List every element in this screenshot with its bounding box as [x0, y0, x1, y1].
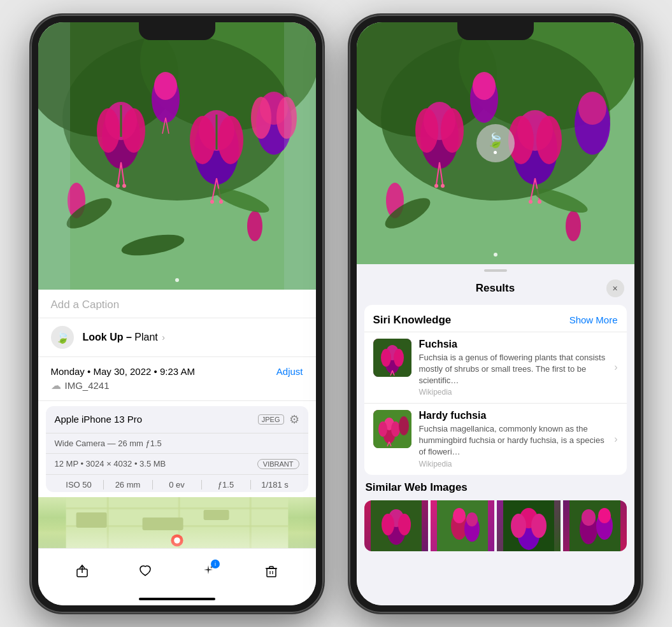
- hardy-fuchsia-chevron-icon: ›: [614, 410, 617, 468]
- phones-container: Add a Caption 🍃 Look Up – Plant › Monday…: [18, 2, 655, 626]
- svg-point-108: [466, 512, 478, 526]
- home-indicator: [38, 593, 316, 605]
- favorite-button[interactable]: [131, 557, 159, 585]
- svg-point-66: [434, 184, 438, 188]
- info-button[interactable]: i: [194, 557, 222, 585]
- svg-point-87: [381, 349, 391, 367]
- fuchsia-thumbnail: [373, 339, 411, 377]
- close-icon: ×: [612, 283, 617, 293]
- iso-spec: ISO 50: [55, 480, 104, 490]
- left-screen-content: Add a Caption 🍃 Look Up – Plant › Monday…: [38, 22, 316, 605]
- file-specs: 12 MP • 3024 × 4032 • 3.5 MB: [55, 459, 166, 468]
- svg-point-94: [378, 421, 387, 437]
- svg-point-98: [399, 416, 409, 435]
- svg-rect-45: [203, 510, 229, 520]
- results-title: Results: [385, 282, 606, 295]
- svg-point-11: [122, 184, 126, 188]
- right-phone: 🍃 Results ×: [349, 15, 642, 613]
- web-image-2[interactable]: [431, 500, 494, 551]
- camera-name: Apple iPhone 13 Pro: [55, 414, 143, 425]
- show-more-button[interactable]: Show More: [569, 314, 618, 325]
- delete-button[interactable]: [257, 557, 285, 585]
- camera-name-row: Apple iPhone 13 Pro JPEG ⚙: [46, 406, 308, 433]
- map-overlay: [38, 529, 316, 548]
- date-row: Monday • May 30, 2022 • 9:23 AM Adjust: [51, 366, 303, 377]
- hardy-fuchsia-name: Hardy fuchsia: [419, 410, 607, 421]
- svg-point-77: [473, 72, 496, 100]
- svg-point-15: [218, 116, 243, 164]
- map-area[interactable]: [38, 497, 316, 548]
- caption-placeholder[interactable]: Add a Caption: [51, 299, 120, 311]
- photo-dot: [175, 278, 179, 282]
- svg-point-106: [453, 508, 466, 523]
- jpeg-badge: JPEG: [258, 414, 284, 425]
- hardy-fuchsia-knowledge-item[interactable]: Hardy fuchsia Fuchsia magellanica, commo…: [364, 403, 627, 475]
- svg-point-62: [415, 108, 438, 153]
- svg-point-18: [210, 200, 214, 204]
- fuchsia-content: Fuchsia Fuchsia is a genus of flowering …: [419, 339, 607, 397]
- filename-row: ☁ IMG_4241: [51, 379, 303, 391]
- siri-knowledge-section: Siri Knowledge Show More: [364, 305, 627, 475]
- siri-header: Siri Knowledge Show More: [364, 305, 627, 332]
- left-phone: Add a Caption 🍃 Look Up – Plant › Monday…: [31, 15, 324, 613]
- photo-area[interactable]: [38, 22, 316, 290]
- svg-rect-51: [267, 568, 276, 577]
- lookup-label: Look Up – Plant ›: [83, 332, 165, 343]
- camera-type: Wide Camera — 26 mm ƒ1.5: [55, 439, 299, 448]
- file-specs-row: 12 MP • 3024 × 4032 • 3.5 MB VIBRANT: [46, 454, 308, 475]
- hardy-fuchsia-description: Fuchsia magellanica, commonly known as t…: [419, 423, 607, 458]
- visual-look-up-icon: 🍃: [51, 326, 74, 349]
- web-image-4[interactable]: [563, 500, 627, 551]
- caption-area[interactable]: Add a Caption: [38, 290, 316, 318]
- svg-point-74: [529, 200, 533, 204]
- web-images-section: Similar Web Images: [364, 481, 627, 551]
- svg-point-118: [598, 508, 611, 523]
- web-images-grid: [364, 500, 627, 551]
- svg-point-103: [398, 514, 411, 535]
- svg-point-7: [122, 108, 145, 153]
- info-badge: i: [211, 560, 220, 568]
- siri-section-title: Siri Knowledge: [373, 314, 452, 327]
- info-section: Monday • May 30, 2022 • 9:23 AM Adjust ☁…: [38, 357, 316, 401]
- settings-icon[interactable]: ⚙: [289, 412, 299, 426]
- svg-point-113: [531, 514, 547, 538]
- adjust-link[interactable]: Adjust: [276, 366, 303, 377]
- svg-point-10: [116, 184, 120, 188]
- svg-point-116: [582, 509, 596, 526]
- fuchsia-knowledge-item[interactable]: Fuchsia Fuchsia is a genus of flowering …: [364, 332, 627, 404]
- photo-date: Monday • May 30, 2022 • 9:23 AM: [51, 366, 195, 377]
- right-notch: [457, 22, 534, 40]
- hardy-fuchsia-thumbnail: [373, 410, 411, 448]
- svg-point-21: [154, 72, 177, 100]
- hardy-fuchsia-source: Wikipedia: [419, 460, 607, 468]
- svg-rect-36: [284, 22, 316, 290]
- svg-point-95: [391, 421, 400, 437]
- web-image-1[interactable]: [364, 500, 428, 551]
- drag-handle[interactable]: [484, 269, 507, 272]
- specs-row: ISO 50 26 mm 0 ev ƒ1.5 1/181 s: [46, 475, 308, 493]
- svg-point-19: [219, 200, 223, 204]
- vibrant-badge: VIBRANT: [257, 459, 299, 469]
- svg-rect-38: [66, 507, 288, 509]
- svg-rect-35: [38, 22, 70, 290]
- camera-badges: JPEG ⚙: [258, 412, 299, 426]
- left-phone-screen: Add a Caption 🍃 Look Up – Plant › Monday…: [38, 22, 316, 605]
- right-photo-area[interactable]: 🍃: [357, 22, 634, 264]
- vs-dot: [494, 151, 497, 154]
- close-button[interactable]: ×: [606, 279, 624, 297]
- focal-length-spec: 26 mm: [104, 480, 153, 490]
- svg-point-81: [566, 211, 581, 241]
- visual-search-button[interactable]: 🍃: [476, 124, 515, 162]
- results-panel: Results × Siri Knowledge Show More: [357, 264, 634, 605]
- lookup-row[interactable]: 🍃 Look Up – Plant ›: [38, 318, 316, 357]
- web-image-3[interactable]: [497, 500, 561, 551]
- share-button[interactable]: [68, 557, 96, 585]
- svg-point-88: [394, 349, 404, 367]
- svg-rect-43: [76, 512, 106, 528]
- photo-filename: IMG_4241: [65, 380, 110, 391]
- camera-section: Apple iPhone 13 Pro JPEG ⚙ Wide Camera —…: [46, 406, 308, 493]
- right-photo-dot: [494, 253, 497, 257]
- hardy-fuchsia-content: Hardy fuchsia Fuchsia magellanica, commo…: [419, 410, 607, 468]
- bottom-toolbar: i: [38, 548, 316, 593]
- fuchsia-source: Wikipedia: [419, 388, 607, 397]
